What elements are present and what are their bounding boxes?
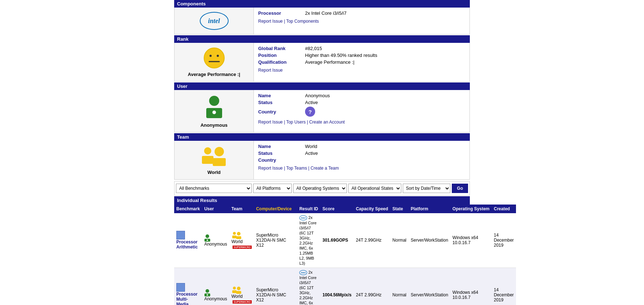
bench-icon — [176, 283, 185, 292]
svg-rect-15 — [232, 236, 237, 238]
svg-rect-8 — [202, 156, 213, 164]
capacity-value: 24T — [356, 292, 363, 297]
user-status-label: Status — [258, 100, 305, 105]
svg-point-16 — [237, 232, 241, 236]
team-mini-icon — [231, 286, 242, 294]
col-team: Team — [229, 205, 254, 213]
intel-logo: intel — [200, 12, 229, 30]
svg-point-7 — [204, 147, 211, 154]
user-icon-cell: Anonymous — [175, 90, 254, 132]
svg-point-0 — [204, 48, 224, 68]
user-name-label: Name — [258, 93, 305, 98]
svg-point-18 — [206, 289, 209, 293]
svg-point-2 — [217, 55, 219, 57]
user-create-link[interactable]: Create an Account — [309, 120, 345, 125]
team-name-label: Name — [258, 144, 305, 149]
smiley-icon — [203, 47, 225, 69]
os-cell: Windows x64 10.0.16.7 — [450, 213, 492, 268]
team-icon-cell: World — [175, 141, 254, 179]
svg-point-4 — [209, 96, 219, 106]
position-label: Position — [258, 53, 305, 58]
user-avatar-icon — [203, 94, 225, 120]
created-cell: 14 December 2019 — [492, 213, 516, 268]
platform-filter[interactable]: All Platforms — [253, 184, 292, 193]
user-links: Report Issue | Top Users | Create an Acc… — [258, 120, 465, 125]
team-top-link[interactable]: Top Teams — [286, 166, 307, 171]
benchmark-filter[interactable]: All Benchmarks — [176, 184, 252, 193]
platform-cell: Server/WorkStation — [409, 213, 450, 268]
svg-point-20 — [207, 294, 208, 296]
col-os: Operating System — [450, 205, 492, 213]
os-cell: Windows x64 10.0.16.7 — [450, 268, 492, 305]
team-status-value: Active — [305, 151, 318, 156]
team-name-value: World — [305, 144, 317, 149]
rank-report-link[interactable]: Report Issue — [258, 68, 283, 73]
svg-point-13 — [207, 239, 208, 241]
svg-point-14 — [233, 232, 236, 235]
global-rank-value: #82,015 — [305, 46, 322, 51]
processor-value: 2x Intel Core i3/i5/i7 — [305, 10, 347, 16]
result-id-value: 2x Intel Core i3/i5/i7 (6C 12T 3GHz, 2.2… — [299, 215, 317, 265]
user-report-link[interactable]: Report Issue — [258, 120, 283, 125]
result-id-value: 2x Intel Core i3/i5/i7 (6C 12T 3GHz, 2.2… — [299, 270, 317, 305]
rank-info-cell: Global Rank #82,015 Position Higher than… — [254, 43, 469, 81]
results-section: Individual Results Benchmark User Team C… — [174, 196, 470, 305]
capacity-speed-cell: 24T 2.99GHz — [354, 213, 390, 268]
user-info-cell: Name Anonymous Status Active Country ? R… — [254, 90, 469, 132]
team-header: Team — [174, 133, 470, 141]
score-value: 301.69GOPS — [322, 238, 348, 243]
components-icon-cell: intel — [175, 8, 254, 34]
computer-cell: SuperMicro X12DAi-N SMC X12 — [254, 213, 297, 268]
rank-icon-cell: Average Performance :| — [175, 43, 254, 81]
platform-cell: Server/WorkStation — [409, 268, 450, 305]
qualification-value: Average Performance :| — [305, 59, 354, 65]
state-cell: Normal — [390, 213, 409, 268]
supermicro-logo: SUPERMICRO — [233, 300, 252, 304]
processor-label: Processor — [258, 10, 305, 16]
components-header: Components — [174, 0, 470, 8]
svg-point-6 — [212, 111, 216, 114]
qualification-label: Qualification — [258, 59, 305, 65]
col-user: User — [202, 205, 229, 213]
go-button[interactable]: Go — [452, 184, 468, 193]
global-rank-label: Global Rank — [258, 46, 305, 51]
user-mini-icon — [204, 234, 211, 242]
svg-point-9 — [215, 147, 224, 156]
state-cell: Normal — [390, 268, 409, 305]
col-state: State — [390, 205, 409, 213]
user-top-link[interactable]: Top Users — [286, 120, 306, 125]
user-icon-label: Anonymous — [200, 122, 228, 128]
svg-rect-24 — [236, 291, 241, 294]
capacity-speed-cell: 24T 2.99GHz — [354, 268, 390, 305]
filters-bar: All Benchmarks All Platforms All Operati… — [174, 181, 470, 196]
score-cell: 1004.56Mpix/s — [320, 268, 354, 305]
rank-header: Rank — [174, 35, 470, 43]
svg-point-21 — [233, 287, 236, 290]
created-cell: 14 December 2019 — [492, 268, 516, 305]
results-column-headers: Benchmark User Team Computer/Device Resu… — [174, 205, 516, 213]
user-name-cell: Anonymous — [204, 242, 227, 247]
components-info-cell: Processor 2x Intel Core i3/i5/i7 Report … — [254, 8, 469, 34]
team-create-link[interactable]: Create a Team — [310, 166, 339, 171]
results-table: Benchmark User Team Computer/Device Resu… — [174, 205, 516, 305]
capacity-value: 24T — [356, 238, 363, 243]
table-row: Processor Multi-MediaAnonymousWorldSUPER… — [174, 268, 516, 305]
state-filter[interactable]: All Operational States — [348, 184, 401, 193]
components-top-link[interactable]: Top Components — [286, 19, 319, 24]
col-benchmark: Benchmark — [174, 205, 202, 213]
rank-links: Report Issue — [258, 68, 465, 73]
team-report-link[interactable]: Report Issue — [258, 166, 283, 171]
col-capacity: Capacity Speed — [354, 205, 390, 213]
os-filter[interactable]: All Operating Systems — [293, 184, 347, 193]
intel-small-icon: intel — [299, 270, 307, 275]
components-report-link[interactable]: Report Issue — [258, 19, 283, 24]
svg-rect-22 — [232, 290, 237, 293]
sort-filter[interactable]: Sort by Date/Time — [403, 184, 451, 193]
user-name-cell: Anonymous — [204, 296, 227, 301]
supermicro-logo: SUPERMICRO — [233, 246, 252, 249]
table-row: Processor ArithmeticAnonymousWorldSUPERM… — [174, 213, 516, 268]
team-status-label: Status — [258, 151, 305, 156]
team-country-label: Country — [258, 157, 305, 163]
score-value: 1004.56Mpix/s — [322, 292, 352, 297]
svg-rect-10 — [213, 158, 226, 166]
